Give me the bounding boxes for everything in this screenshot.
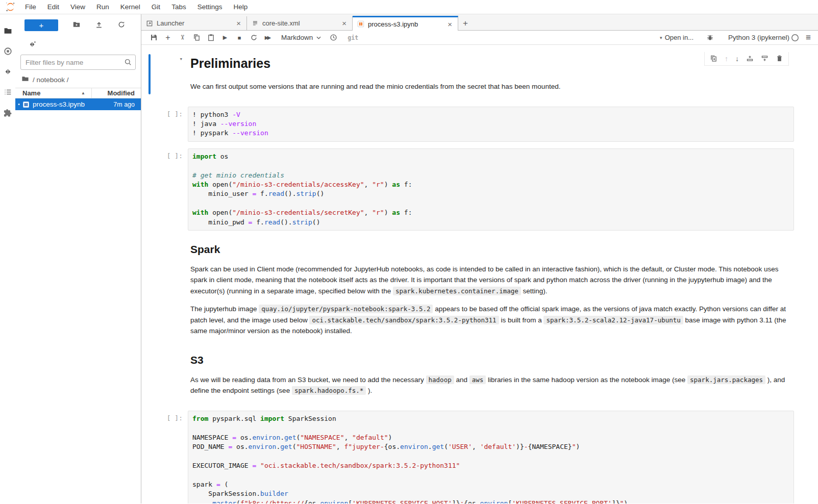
paragraph-preliminaries: We can first output some versions that a… bbox=[190, 81, 794, 92]
insert-cell-above-icon[interactable] bbox=[746, 55, 754, 62]
menu-git[interactable]: Git bbox=[146, 3, 166, 11]
git-toolbar-label[interactable]: git bbox=[348, 34, 358, 41]
menu-tabs[interactable]: Tabs bbox=[166, 3, 192, 11]
filter-files-box bbox=[20, 55, 136, 70]
restart-kernel-icon[interactable] bbox=[246, 31, 261, 45]
running-sessions-icon[interactable] bbox=[0, 41, 15, 61]
file-browser-panel: + bbox=[15, 14, 141, 503]
notebook-file-icon bbox=[22, 101, 30, 108]
code-editor-credentials[interactable]: import os # get minio credentialswith op… bbox=[188, 148, 794, 231]
markdown-cell-spark: Spark Spark can be used in Client mode (… bbox=[148, 237, 794, 344]
new-folder-icon[interactable] bbox=[72, 20, 81, 31]
save-icon[interactable] bbox=[146, 31, 161, 45]
menu-kernel[interactable]: Kernel bbox=[115, 3, 146, 11]
file-modified: 7m ago bbox=[113, 101, 141, 108]
sort-ascending-icon: ▲ bbox=[81, 91, 85, 95]
code-cell-versions: [ ]: ! python3 -V! java --version! pyspa… bbox=[148, 107, 794, 142]
file-list-header: Name ▲ Modified bbox=[15, 88, 141, 98]
menu-settings[interactable]: Settings bbox=[192, 3, 228, 11]
jupyter-logo-icon bbox=[5, 1, 16, 13]
code-cell-spark-session: [ ]: from pyspark.sql import SparkSessio… bbox=[148, 411, 794, 503]
delete-cell-icon[interactable] bbox=[776, 55, 783, 62]
menu-edit[interactable]: Edit bbox=[42, 3, 65, 11]
code-cell-credentials: [ ]: import os # get minio credentialswi… bbox=[148, 148, 794, 231]
refresh-icon[interactable] bbox=[117, 20, 126, 31]
markdown-cell-preliminaries: ▾ Preliminaries We can first output some… bbox=[148, 51, 794, 99]
cut-cells-icon[interactable]: ✂ bbox=[175, 31, 189, 45]
tab-process-s3-ipynb[interactable]: process-s3.ipynb × bbox=[353, 16, 458, 31]
left-activity-bar bbox=[0, 14, 15, 503]
paragraph-spark-2: The jupyterhub image quay.io/jupyter/pys… bbox=[190, 304, 794, 337]
markdown-cell-s3: S3 As we will be reading data from an S3… bbox=[148, 351, 794, 404]
paragraph-spark-1: Spark can be used in Client mode (recomm… bbox=[190, 264, 794, 297]
menu-bar: File Edit View Run Kernel Git Tabs Setti… bbox=[0, 0, 818, 14]
launcher-icon bbox=[146, 20, 153, 27]
notebook-panel: ▾ Preliminaries We can first output some… bbox=[141, 45, 818, 503]
duplicate-cell-icon[interactable] bbox=[710, 55, 717, 62]
cell-prompt-area: ▾ bbox=[148, 51, 188, 99]
restart-run-all-icon[interactable]: ▶▶ bbox=[261, 31, 275, 45]
add-tab-button[interactable]: + bbox=[463, 19, 468, 28]
cell-prompt-area bbox=[148, 237, 188, 344]
cell-toolbar: ↑ ↓ bbox=[704, 52, 789, 66]
column-name[interactable]: Name ▲ bbox=[15, 88, 92, 98]
kernel-status-icon bbox=[789, 31, 801, 45]
heading-spark: Spark bbox=[190, 243, 794, 256]
tab-launcher[interactable]: Launcher × bbox=[141, 16, 247, 30]
caret-down-icon: ▾ bbox=[660, 35, 662, 40]
cell-type-dropdown[interactable]: Markdown bbox=[281, 34, 321, 41]
chevron-down-icon bbox=[316, 36, 321, 39]
kernel-name-button[interactable]: Python 3 (ipykernel) bbox=[728, 34, 789, 41]
git-clone-row bbox=[15, 31, 141, 48]
column-modified[interactable]: Modified bbox=[92, 89, 141, 97]
file-browser-icon[interactable] bbox=[0, 20, 15, 41]
run-cell-icon[interactable]: ▶ bbox=[218, 31, 232, 45]
insert-cell-below-icon[interactable] bbox=[761, 55, 769, 62]
paste-cells-icon[interactable] bbox=[204, 31, 218, 45]
cell-prompt-area bbox=[148, 351, 188, 404]
search-icon bbox=[124, 58, 132, 68]
unsaved-dot: • bbox=[15, 102, 22, 107]
git-icon[interactable] bbox=[0, 61, 15, 82]
cell-prompt: [ ]: bbox=[148, 148, 188, 231]
breadcrumb[interactable]: / notebook / bbox=[15, 70, 141, 88]
table-of-contents-icon[interactable] bbox=[0, 82, 15, 102]
code-editor-versions[interactable]: ! python3 -V! java --version! pyspark --… bbox=[188, 107, 794, 142]
execution-time-icon[interactable] bbox=[326, 31, 340, 45]
menu-help[interactable]: Help bbox=[228, 3, 253, 11]
menu-view[interactable]: View bbox=[65, 3, 91, 11]
cell-selection-bar[interactable] bbox=[148, 54, 151, 94]
copy-cells-icon[interactable] bbox=[189, 31, 204, 45]
debugger-bug-icon[interactable] bbox=[703, 31, 717, 45]
menu-run[interactable]: Run bbox=[91, 3, 115, 11]
menu-file[interactable]: File bbox=[19, 3, 42, 11]
cell-collapser-icon[interactable]: ▾ bbox=[179, 56, 183, 62]
move-cell-up-icon[interactable]: ↑ bbox=[725, 55, 728, 62]
paragraph-s3-1: As we will be reading data from an S3 bu… bbox=[190, 374, 794, 396]
tab-core-site-xml[interactable]: core-site.xml × bbox=[247, 16, 353, 30]
move-cell-down-icon[interactable]: ↓ bbox=[735, 55, 739, 62]
heading-s3: S3 bbox=[190, 354, 794, 366]
file-browser-toolbar: + bbox=[15, 14, 141, 31]
extensions-icon[interactable] bbox=[0, 102, 15, 122]
close-tab-icon[interactable]: × bbox=[446, 20, 454, 29]
file-row-selected[interactable]: • process-s3.ipynb 7m ago bbox=[15, 98, 141, 110]
dock-tab-bar: Launcher × core-site.xml × process-s3.ip… bbox=[141, 14, 818, 31]
heading-preliminaries: Preliminaries bbox=[190, 56, 794, 71]
open-in-dropdown[interactable]: ▾ Open in... bbox=[660, 34, 693, 41]
close-tab-icon[interactable]: × bbox=[340, 19, 348, 28]
code-editor-spark-session[interactable]: from pyspark.sql import SparkSession NAM… bbox=[188, 411, 794, 503]
insert-cell-icon[interactable]: + bbox=[161, 31, 175, 45]
notebook-icon bbox=[357, 20, 364, 28]
folder-icon bbox=[21, 75, 29, 84]
notebook-menu-icon[interactable]: ≡ bbox=[806, 33, 811, 43]
filter-files-input[interactable] bbox=[20, 55, 136, 70]
cell-prompt: [ ]: bbox=[148, 411, 188, 503]
file-text-icon bbox=[252, 20, 259, 27]
close-tab-icon[interactable]: × bbox=[235, 19, 242, 28]
new-launcher-button[interactable]: + bbox=[24, 19, 58, 31]
interrupt-kernel-icon[interactable]: ■ bbox=[232, 31, 246, 45]
cell-prompt: [ ]: bbox=[148, 107, 188, 142]
upload-icon[interactable] bbox=[95, 20, 103, 31]
git-clone-icon[interactable] bbox=[28, 42, 37, 51]
